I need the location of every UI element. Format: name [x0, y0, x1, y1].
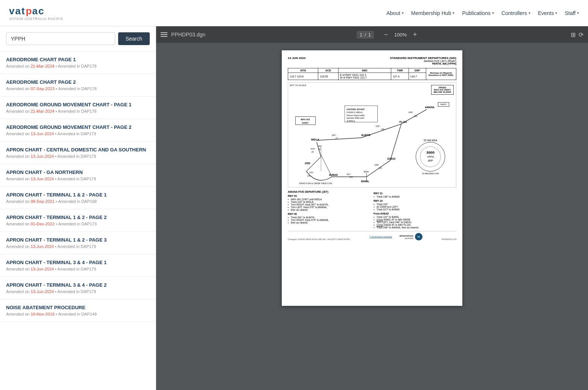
svg-text:10 NM MSA 2700: 10 NM MSA 2700 — [422, 172, 439, 175]
chart-item-meta: Amended on 01-Dec-2022 • Amended in DAP1… — [6, 222, 150, 226]
chart-item-meta: Amended on 21-Mar-2024 • Amended in DAP1… — [6, 109, 150, 113]
chart-item-meta: Amended on 21-Mar-2024 • Amended in DAP1… — [6, 64, 150, 68]
chart-list-item[interactable]: AERODROME GROUND MOVEMENT CHART - PAGE 2… — [0, 119, 156, 142]
pdf-page: 13 JUN 2024 STANDARD INSTRUMENT DEPARTUR… — [282, 50, 462, 306]
total-pages: 1 — [368, 32, 371, 38]
chart-item-meta: Amended on 13-Jun-2024 • Amended in DAP1… — [6, 267, 150, 271]
chart-list-item[interactable]: NOISE ABATEMENT PROCEDURE Amended on 10-… — [0, 299, 156, 322]
chart-date: 13 JUN 2024 — [288, 56, 305, 60]
pdf-viewer: PPHDP03.dgn 1 / 1 − 100% + ⊞ ⟳ — [156, 26, 588, 390]
chart-list-item[interactable]: AERODROME CHART PAGE 1 Amended on 21-Mar… — [0, 51, 156, 74]
nav-publications[interactable]: Publications ▾ — [462, 10, 494, 16]
logo-subtitle: VATSIM AUSTRALIA PACIFIC — [9, 17, 64, 21]
svg-text:(14): (14) — [349, 176, 353, 178]
svg-text:CAUTION: DO NOT: CAUTION: DO NOT — [346, 108, 365, 110]
logo: vat p ac VATSIM AUSTRALIA PACIFIC — [9, 5, 64, 21]
frequencies-table: ATIS ACD SMC TWR DEP Bearings are Magnet… — [288, 68, 456, 80]
chart-list-item[interactable]: APRON CHART - TERMINAL 1 & 2 - PAGE 1 Am… — [0, 187, 156, 209]
nav-staff[interactable]: Staff ▾ — [565, 10, 579, 16]
svg-text:(11): (11) — [378, 167, 382, 169]
header: vat p ac VATSIM AUSTRALIA PACIFIC About … — [0, 0, 588, 26]
chart-list-item[interactable]: APRON CHART - TERMINAL 1 & 2 - PAGE 3 Am… — [0, 232, 156, 254]
logo-dot: p — [26, 5, 32, 17]
departure-notes-right: RWY 21 Track 196° to AVBAD RWY 24 Track … — [374, 190, 456, 229]
sidebar-toggle-button[interactable] — [161, 32, 167, 37]
search-button[interactable]: Search — [118, 32, 150, 45]
logo-text: vat — [9, 5, 26, 17]
svg-text:3000: 3000 — [426, 150, 435, 154]
chart-list-item[interactable]: AERODROME GROUND MOVEMENT CHART - PAGE 1… — [0, 97, 156, 119]
chart-list-item[interactable]: APRON CHART - CENTRAL DOMESTIC AND GA SO… — [0, 142, 156, 164]
chart-footer: Changes: DADSI REPLACES HELNA. VALIDITY … — [288, 231, 456, 240]
fit-page-button[interactable]: ⊞ — [571, 31, 576, 38]
svg-text:(26): (26) — [381, 128, 384, 130]
departure-notes: AMANA FIVE DEPARTURE (JET) RWY 03 MAX IA… — [288, 190, 456, 229]
chart-item-title: APRON CHART - TERMINAL 3 & 4 - PAGE 1 — [6, 260, 150, 265]
chart-list-item[interactable]: AERODROME CHART PAGE 2 Amended on 07-Sep… — [0, 74, 156, 97]
chevron-down-icon: ▾ — [402, 11, 404, 15]
svg-text:107°: 107° — [346, 173, 351, 175]
svg-text:GRAD 4.0% to 2800ft THEN 3.3%: GRAD 4.0% to 2800ft THEN 3.3% — [299, 182, 332, 184]
svg-text:048°: 048° — [409, 111, 413, 113]
nav-membership[interactable]: Membership Hub ▾ — [411, 10, 455, 16]
svg-text:operates 3NM north: operates 3NM north — [346, 117, 364, 119]
svg-text:(7): (7) — [336, 138, 338, 139]
chart-item-title: AERODROME GROUND MOVEMENT CHART - PAGE 2 — [6, 124, 150, 130]
chart-item-meta: Amended on 13-Jun-2024 • Amended in DAP1… — [6, 154, 150, 159]
speed-restriction-box: SPEEDMAX IAS 250KTBELOW 10,000ft — [431, 85, 454, 95]
chevron-down-icon: ▾ — [555, 11, 557, 15]
svg-text:048°: 048° — [375, 164, 379, 166]
nav-events[interactable]: Events ▾ — [538, 10, 558, 16]
search-input[interactable] — [6, 32, 115, 45]
svg-text:210KT: 210KT — [302, 122, 309, 124]
chart-item-title: APRON CHART - TERMINAL 1 & 2 - PAGE 1 — [6, 192, 150, 198]
svg-text:079°: 079° — [376, 125, 380, 127]
sid-chart-svg: 3000 YPPH ARP 25 NM MSA 10 NM MSA 2700 M… — [288, 83, 456, 187]
svg-text:(9): (9) — [318, 148, 321, 150]
chart-item-meta: Amended on 13-Jun-2024 • Amended in DAP1… — [6, 244, 150, 249]
chevron-down-icon: ▾ — [453, 11, 454, 15]
search-area: Search — [0, 26, 156, 51]
history-button[interactable]: ⟳ — [579, 31, 583, 38]
rnp-box: RNP1 — [438, 102, 449, 107]
current-page: 1 — [360, 32, 362, 38]
sidebar: Search AERODROME CHART PAGE 1 Amended on… — [0, 26, 156, 390]
zoom-level: 100% — [392, 32, 409, 38]
chart-item-title: AERODROME CHART PAGE 1 — [6, 57, 150, 62]
svg-text:AVBAD: AVBAD — [329, 174, 338, 176]
chart-list-item[interactable]: APRON CHART - TERMINAL 3 & 4 - PAGE 1 Am… — [0, 254, 156, 277]
chart-item-title: AERODROME CHART PAGE 2 — [6, 79, 150, 85]
nav-controllers[interactable]: Controllers ▾ — [501, 10, 530, 16]
chart-item-meta: Amended on 07-Sep-2023 • Amended in DAP1… — [6, 86, 150, 91]
svg-text:MAX IAS: MAX IAS — [301, 118, 310, 121]
chart-item-meta: Amended on 13-Jun-2024 • Amended in DAP1… — [6, 177, 150, 181]
pdf-content: 13 JUN 2024 STANDARD INSTRUMENT DEPARTUR… — [156, 43, 588, 390]
chart-list-item[interactable]: APRON CHART - GA NORTHERN Amended on 13-… — [0, 164, 156, 187]
chart-title-block: STANDARD INSTRUMENT DEPARTURES (SID) AMA… — [390, 56, 456, 65]
svg-text:Pearce Airport traffic: Pearce Airport traffic — [346, 114, 365, 116]
chart-item-title: NOISE ABATEMENT PROCEDURE — [6, 305, 150, 310]
chevron-down-icon: ▾ — [492, 11, 494, 15]
main-nav: About ▾ Membership Hub ▾ Publications ▾ … — [386, 10, 579, 16]
page-nav: 1 / 1 — [357, 31, 374, 39]
svg-text:OVERFLY MIDLA.: OVERFLY MIDLA. — [346, 111, 363, 113]
svg-text:25 NM MSA: 25 NM MSA — [424, 139, 438, 142]
chart-item-title: APRON CHART - CENTRAL DOMESTIC AND GA SO… — [6, 147, 150, 153]
zoom-out-button[interactable]: − — [381, 30, 390, 39]
svg-text:of MIDLA.: of MIDLA. — [346, 120, 356, 122]
zoom-in-button[interactable]: + — [410, 30, 419, 39]
chart-item-title: APRON CHART - TERMINAL 1 & 2 - PAGE 2 — [6, 215, 150, 220]
svg-text:ALWYN: ALWYN — [361, 134, 371, 136]
main-layout: Search AERODROME CHART PAGE 1 Amended on… — [0, 26, 588, 390]
chevron-down-icon: ▾ — [529, 11, 530, 15]
chart-item-meta: Amended on 13-Jun-2024 • Amended in DAP1… — [6, 132, 150, 136]
svg-text:241°: 241° — [309, 171, 314, 174]
svg-text:1500: 1500 — [305, 162, 310, 165]
chart-list-item[interactable]: APRON CHART - TERMINAL 1 & 2 - PAGE 2 Am… — [0, 209, 156, 232]
chart-list-item[interactable]: APRON CHART - TERMINAL 3 & 4 - PAGE 2 Am… — [0, 277, 156, 299]
svg-text:BAMIL: BAMIL — [361, 180, 369, 183]
chart-item-title: APRON CHART - GA NORTHERN — [6, 169, 150, 175]
svg-text:(16): (16) — [414, 115, 418, 117]
svg-text:(5): (5) — [311, 151, 314, 153]
nav-about[interactable]: About ▾ — [386, 10, 404, 16]
